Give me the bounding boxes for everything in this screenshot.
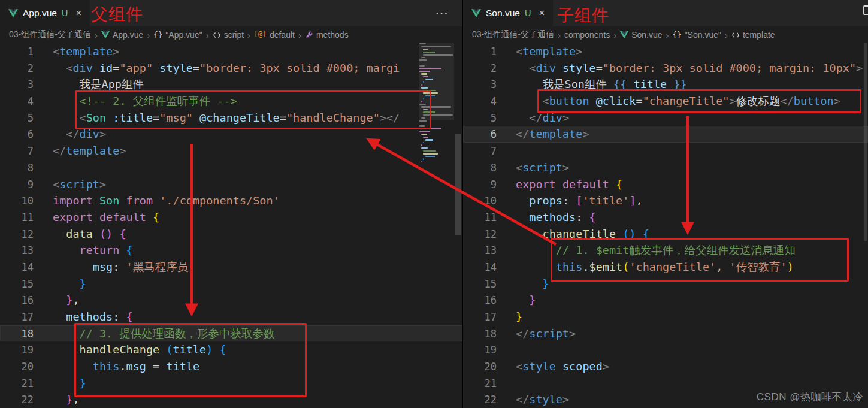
code-line[interactable]: 6 </div> [0,126,462,143]
code-line[interactable]: 19 handleChange (title) { [0,341,462,358]
code-line[interactable]: 22 }, [0,391,462,408]
code-line[interactable]: 21 } [0,375,462,392]
breadcrumb-item[interactable]: App.vue [101,30,143,40]
code-line[interactable]: 3 我是Son组件 {{ title }} [463,76,868,93]
minimap-line [425,79,433,80]
breadcrumb: 03-组件通信-父子通信›App.vue›{}"App.vue"›script›… [0,26,462,43]
line-number: 19 [463,341,497,358]
code-line[interactable]: 11export default { [0,209,462,226]
code-line[interactable]: 10 props: ['title'], [463,192,868,209]
code-token: } [66,294,72,306]
code-line[interactable]: 3 我是App组件 [0,76,462,93]
code-line[interactable]: 8<script> [463,159,868,176]
breadcrumb-item[interactable]: 03-组件通信-父子通信 [472,29,554,40]
tab-app-vue[interactable]: App.vue U × [0,0,90,26]
breadcrumb-item[interactable]: script [213,30,244,40]
code-text: // 1. $emit触发事件，给父组件发送消息通知 [497,242,796,259]
code-token: '黑马程序员' [126,261,195,273]
code-line[interactable]: 18</script> [463,325,868,342]
breadcrumb-item[interactable]: template [731,30,775,40]
code-line[interactable]: 14 msg: '黑马程序员' [0,259,462,276]
more-actions-icon[interactable]: ⋯ [435,0,448,26]
code-token: = [113,62,119,74]
code-line[interactable]: 4 <button @click="changeTitle">修改标题</but… [463,93,868,110]
code-editor-child[interactable]: 1<template>2 <div style="border: 3px sol… [463,43,868,408]
code-token: Son [99,194,119,207]
breadcrumb-item[interactable]: [@]default [254,30,295,40]
code-line[interactable]: 2 <div id="app" style="border: 3px solid… [0,60,462,77]
line-number: 3 [0,76,34,93]
code-token: './components/Son' [159,194,279,207]
minimap-line [421,73,427,74]
line-number: 12 [463,226,497,243]
code-line[interactable]: 20<style scoped> [463,358,868,375]
editor-corner-icon[interactable] [863,5,868,15]
code-token: > [119,144,126,157]
code-line[interactable]: 13 // 1. $emit触发事件，给父组件发送消息通知 [463,242,868,259]
code-token: default [99,211,146,223]
code-token: > [562,161,569,174]
minimap-line [423,76,428,77]
code-line[interactable]: 6</template> [463,126,868,143]
scrollbar-thumb[interactable] [864,43,867,241]
code-line[interactable]: 15 } [0,276,462,292]
code-line[interactable]: 16 } [463,292,868,309]
code-token: $emit [589,261,623,273]
code-token: template [522,45,576,58]
code-line[interactable]: 11 methods: { [463,209,868,226]
code-token: ></ [380,111,400,124]
breadcrumb-item[interactable]: 03-组件通信-父子通信 [9,29,91,40]
scrollbar-vertical[interactable] [864,43,868,408]
code-line[interactable]: 7 [463,143,868,159]
code-line[interactable]: 20 this.msg = title [0,358,462,375]
code-line[interactable]: 17 methods: { [0,309,462,325]
code-line[interactable]: 1<template> [0,43,462,60]
code-token [93,211,99,223]
line-number: 8 [463,159,497,176]
code-line[interactable]: 12 data () { [0,226,462,243]
code-line[interactable]: 2 <div style="border: 3px solid #000; ma… [463,60,868,77]
code-token: Son [86,111,106,124]
code-line[interactable]: 12 changeTitle () { [463,226,868,243]
code-line[interactable]: 9export default { [463,176,868,193]
code-line[interactable]: 9<script> [0,176,462,193]
code-line[interactable]: 4 <!-- 2. 父组件监听事件 --> [0,93,462,110]
breadcrumb-item[interactable]: Son.vue [620,30,662,40]
code-line[interactable]: 19 [463,341,868,358]
breadcrumb-item[interactable]: {}"Son.vue" [673,30,721,40]
code-line[interactable]: 5 <Son :title="msg" @changeTitle="handle… [0,110,462,126]
code-line[interactable]: 7</template> [0,143,462,159]
breadcrumb-item[interactable]: methods [305,30,349,40]
line-number: 6 [0,126,34,143]
code-line[interactable]: 10import Son from './components/Son' [0,192,462,209]
breadcrumb-label: Son.vue [631,30,662,40]
scrollbar-vertical[interactable] [454,43,462,408]
code-line[interactable]: 21 [463,375,868,392]
close-icon[interactable]: × [75,7,81,19]
line-number: 6 [463,126,497,143]
minimap-line [419,65,425,67]
code-token: < [53,45,59,58]
breadcrumb-label: template [743,30,775,40]
minimap-line [423,109,428,110]
code-line[interactable]: 18 // 3. 提供处理函数，形参中获取参数 [0,325,462,342]
code-token: }} [667,78,686,90]
breadcrumb-label: script [224,30,244,40]
code-line[interactable]: 15 } [463,276,868,292]
code-text [497,375,516,392]
minimap[interactable] [419,43,454,247]
code-line[interactable]: 5 </div> [463,110,868,126]
code-line[interactable]: 13 return { [0,242,462,259]
code-line[interactable]: 16 }, [0,292,462,309]
line-number: 14 [0,259,34,276]
scrollbar-thumb[interactable] [455,134,461,235]
code-line[interactable]: 17} [463,309,868,325]
tab-son-vue[interactable]: Son.vue U × [463,0,554,26]
code-line[interactable]: 8 [0,159,462,176]
code-editor-parent[interactable]: 1<template>2 <div id="app" style="border… [0,43,462,408]
breadcrumb-item[interactable]: {}"App.vue" [153,30,202,40]
code-line[interactable]: 14 this.$emit('changeTitle', '传智教育') [463,259,868,276]
breadcrumb-item[interactable]: components [564,30,610,40]
close-icon[interactable]: × [539,7,545,19]
code-line[interactable]: 1<template> [463,43,868,60]
